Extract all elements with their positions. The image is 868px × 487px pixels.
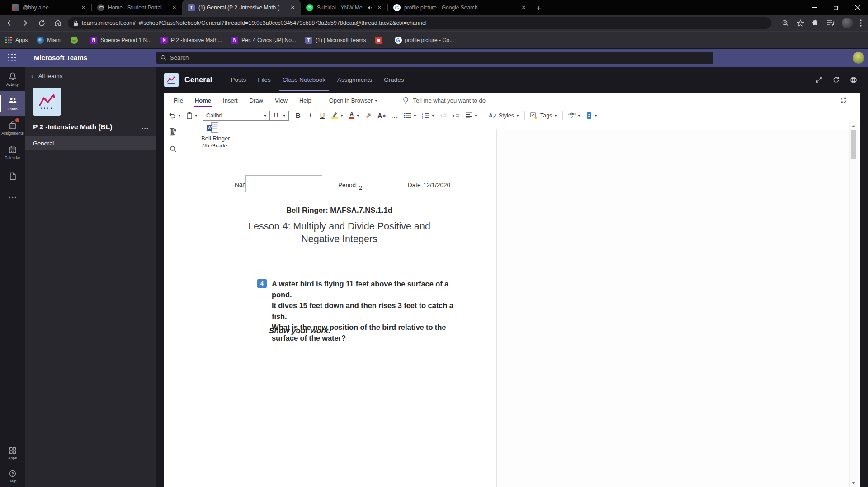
- numbered-list-button[interactable]: 123: [422, 112, 434, 119]
- team-more-options[interactable]: ...: [142, 123, 149, 131]
- forward-button[interactable]: [20, 18, 31, 28]
- format-painter-button[interactable]: [365, 112, 372, 119]
- rail-item-files[interactable]: [0, 164, 25, 189]
- bookmark-google-profile-picture[interactable]: G profile picture - Go...: [395, 37, 454, 44]
- browser-tab-teams-active[interactable]: T (1) General (P 2 -Intensive Math ( ✕: [182, 0, 301, 15]
- bookmark-science-notebook[interactable]: N Science Period 1 N...: [90, 37, 151, 44]
- bullet-list-button[interactable]: [404, 112, 416, 119]
- menu-help[interactable]: Help: [293, 93, 317, 108]
- rail-item-calendar[interactable]: Calendar: [0, 140, 25, 164]
- close-tab-icon[interactable]: ✕: [376, 4, 383, 11]
- immersive-reader-button[interactable]: [586, 112, 597, 119]
- bookmark-green-site[interactable]: [71, 37, 81, 44]
- font-color-button[interactable]: A: [349, 112, 359, 119]
- zoom-icon[interactable]: [782, 19, 789, 27]
- tab-posts[interactable]: Posts: [225, 67, 252, 93]
- close-tab-icon[interactable]: ✕: [171, 4, 178, 11]
- tab-class-notebook[interactable]: Class Notebook: [277, 67, 331, 93]
- browser-tab-bby-alee[interactable]: @bby alee ✕: [6, 0, 91, 15]
- extensions-puzzle-icon[interactable]: [811, 19, 819, 27]
- paste-button[interactable]: [186, 112, 198, 119]
- rail-item-teams[interactable]: Teams: [0, 91, 25, 116]
- menu-view[interactable]: View: [269, 93, 293, 108]
- clear-formatting-button[interactable]: A ◆: [377, 112, 386, 119]
- bookmark-star-icon[interactable]: [797, 19, 804, 27]
- browser-tab-student-portal[interactable]: Home - Student Portal ✕: [92, 0, 182, 15]
- menu-home[interactable]: Home: [189, 93, 217, 108]
- styles-button[interactable]: A Styles: [489, 112, 519, 119]
- channel-item-general[interactable]: General: [25, 136, 156, 150]
- back-button[interactable]: [4, 18, 14, 28]
- embedded-word-attachment[interactable]: W Bell Ringer 7th Grade: [201, 122, 260, 147]
- search-icon[interactable]: [170, 145, 177, 153]
- notebook-scrollbar[interactable]: [849, 122, 857, 487]
- bookmark-teams[interactable]: T (1) | Microsoft Teams: [305, 37, 366, 44]
- teams-user-avatar[interactable]: [853, 52, 864, 64]
- increase-indent-button[interactable]: [453, 112, 460, 119]
- tell-me-box[interactable]: Tell me what you want to do: [403, 97, 485, 104]
- restore-button[interactable]: [826, 0, 847, 15]
- music-queue-extension-icon[interactable]: [826, 19, 835, 27]
- all-teams-back[interactable]: ‹ All teams: [25, 67, 156, 80]
- underline-button[interactable]: U: [319, 112, 326, 119]
- rail-item-assignments[interactable]: Assignments: [0, 116, 25, 140]
- open-in-browser-button[interactable]: Open in Browser: [329, 97, 378, 104]
- highlight-button[interactable]: [331, 112, 343, 119]
- close-window-button[interactable]: [847, 0, 868, 15]
- browser-profile-avatar[interactable]: [842, 18, 853, 28]
- scroll-down-arrow[interactable]: [850, 480, 857, 487]
- object-handle-dots[interactable]: ..: [315, 174, 319, 179]
- rail-item-help[interactable]: Help: [0, 465, 25, 487]
- browser-tab-google-search[interactable]: G profile picture - Google Search ✕: [388, 0, 532, 15]
- toolbar-overflow-button[interactable]: ...: [391, 112, 398, 119]
- tab-files[interactable]: Files: [252, 67, 277, 93]
- new-tab-button[interactable]: +: [532, 3, 546, 13]
- globe-open-in-browser-icon[interactable]: [850, 76, 857, 84]
- tab-assignments[interactable]: Assignments: [331, 67, 378, 93]
- refresh-icon[interactable]: [833, 76, 840, 83]
- minimize-button[interactable]: [804, 0, 826, 15]
- close-tab-icon[interactable]: ✕: [520, 4, 527, 11]
- bookmark-civics-notebook[interactable]: N Per. 4 Civics (JP) No...: [231, 37, 296, 44]
- font-size-select[interactable]: 11: [270, 111, 289, 121]
- expand-tab-icon[interactable]: [816, 76, 822, 83]
- italic-button[interactable]: I: [307, 112, 313, 119]
- bookmark-miami[interactable]: Miami: [37, 37, 61, 44]
- spelling-button[interactable]: abc✓: [568, 112, 580, 119]
- undo-button[interactable]: [169, 112, 181, 119]
- chevron-down-icon: [432, 115, 434, 117]
- menu-file[interactable]: File: [168, 93, 189, 108]
- scrollbar-thumb[interactable]: [851, 130, 856, 159]
- rail-item-apps[interactable]: Apps: [0, 441, 25, 465]
- menu-draw[interactable]: Draw: [244, 93, 269, 108]
- name-input-box[interactable]: ..: [245, 175, 322, 192]
- page-canvas[interactable]: W Bell Ringer 7th Grade Name: .. Period:…: [182, 122, 860, 487]
- close-tab-icon[interactable]: ✕: [80, 4, 87, 11]
- reload-button[interactable]: [36, 18, 47, 28]
- scroll-up-arrow[interactable]: [850, 123, 857, 130]
- teams-search-bar[interactable]: Search: [156, 52, 713, 64]
- bold-button[interactable]: B: [294, 112, 302, 119]
- waffle-menu-icon[interactable]: [8, 54, 16, 62]
- bookmark-red-site[interactable]: [375, 37, 386, 44]
- bookmark-apps[interactable]: Apps: [5, 37, 28, 43]
- browser-tab-spotify[interactable]: Suicidal - YNW Melly ✕: [301, 0, 387, 15]
- bookmark-math-notebook[interactable]: N P 2 -Intensive Math...: [160, 37, 222, 44]
- alignment-button[interactable]: [465, 112, 477, 118]
- tags-button[interactable]: ★ Tags: [530, 112, 557, 119]
- audio-playing-icon[interactable]: [367, 5, 373, 10]
- menu-insert[interactable]: Insert: [217, 93, 244, 108]
- rail-item-more[interactable]: [0, 189, 25, 205]
- home-button[interactable]: [52, 18, 63, 28]
- address-bar[interactable]: teams.microsoft.com/_#/school/ClassNoteb…: [68, 17, 771, 29]
- rail-item-activity[interactable]: Activity: [0, 67, 25, 91]
- notebooks-icon[interactable]: [169, 128, 177, 136]
- font-name-select[interactable]: Calibri: [203, 111, 270, 121]
- chrome-menu-icon[interactable]: [860, 19, 862, 27]
- chevron-down-icon: [178, 115, 181, 117]
- decrease-indent-button[interactable]: [440, 112, 447, 119]
- tab-grades[interactable]: Grades: [378, 67, 410, 93]
- team-avatar[interactable]: [33, 88, 61, 116]
- sync-icon[interactable]: [840, 97, 847, 104]
- close-tab-icon[interactable]: ✕: [289, 4, 296, 11]
